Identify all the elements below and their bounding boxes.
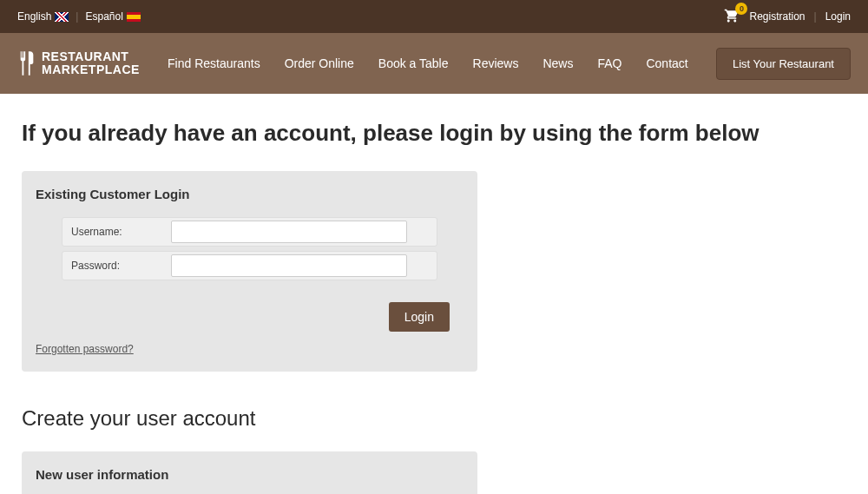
- password-input[interactable]: [171, 254, 407, 277]
- logo[interactable]: RESTAURANT MARKETPLACE: [17, 50, 140, 77]
- cart-button[interactable]: 0: [723, 8, 740, 26]
- create-account-panel: New user information Username (*):: [22, 451, 477, 494]
- topbar: English | Español 0 Registration | Login: [0, 0, 868, 33]
- logo-line1: RESTAURANT: [42, 50, 140, 63]
- flag-uk-icon: [55, 12, 69, 22]
- username-input[interactable]: [171, 221, 407, 243]
- password-row: Password:: [62, 251, 437, 280]
- nav-news[interactable]: News: [542, 56, 573, 70]
- lang-label: English: [17, 10, 51, 23]
- login-panel-title: Existing Customer Login: [36, 187, 464, 201]
- nav-faq[interactable]: FAQ: [597, 56, 621, 70]
- nav-order-online[interactable]: Order Online: [285, 56, 354, 70]
- lang-separator: |: [76, 10, 78, 23]
- nav-book-table[interactable]: Book a Table: [378, 56, 449, 70]
- login-heading: If you already have an account, please l…: [22, 120, 846, 147]
- create-panel-title: New user information: [36, 467, 464, 482]
- fork-knife-icon: [17, 51, 36, 76]
- login-actions: Login: [36, 285, 464, 340]
- list-restaurant-button[interactable]: List Your Restaurant: [716, 48, 851, 80]
- main-nav-bar: RESTAURANT MARKETPLACE Find Restaurants …: [0, 33, 868, 94]
- nav-reviews[interactable]: Reviews: [473, 56, 519, 70]
- main-nav: Find Restaurants Order Online Book a Tab…: [168, 56, 688, 70]
- password-label: Password:: [62, 260, 171, 272]
- page-content: If you already have an account, please l…: [0, 94, 868, 494]
- link-separator: |: [814, 10, 817, 23]
- topbar-right: 0 Registration | Login: [723, 8, 851, 26]
- flag-es-icon: [127, 12, 141, 22]
- lang-english[interactable]: English: [17, 10, 69, 23]
- username-label: Username:: [62, 226, 171, 238]
- logo-line2: MARKETPLACE: [42, 63, 140, 76]
- login-panel: Existing Customer Login Username: Passwo…: [22, 171, 477, 372]
- username-row: Username:: [62, 217, 437, 247]
- lang-label: Español: [85, 10, 122, 23]
- login-button[interactable]: Login: [389, 302, 450, 332]
- lang-spanish[interactable]: Español: [85, 10, 140, 23]
- create-account-heading: Create your user account: [22, 406, 846, 431]
- registration-link[interactable]: Registration: [749, 10, 805, 23]
- logo-text: RESTAURANT MARKETPLACE: [42, 50, 140, 77]
- forgot-password-link[interactable]: Forgotten password?: [36, 343, 134, 355]
- language-switcher: English | Español: [17, 10, 141, 23]
- login-link[interactable]: Login: [825, 10, 851, 23]
- cart-count-badge: 0: [735, 3, 747, 15]
- nav-contact[interactable]: Contact: [646, 56, 687, 70]
- nav-find-restaurants[interactable]: Find Restaurants: [168, 56, 260, 70]
